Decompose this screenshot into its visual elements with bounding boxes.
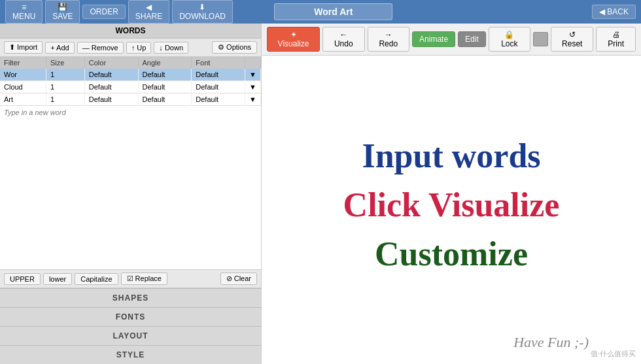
main-layout: WORDS ⬆ Import + Add — Remove ↑ Up ↓ Dow…	[0, 24, 641, 364]
layout-section-button[interactable]: LAYOUT	[0, 326, 261, 345]
edit-button[interactable]: Edit	[458, 31, 486, 47]
top-bar-right: ◀ BACK	[434, 5, 636, 19]
col-filter: Filter	[0, 57, 46, 69]
visualize-button[interactable]: ✦ Visualize	[267, 27, 320, 52]
save-button[interactable]: 💾 SAVE	[45, 0, 80, 24]
style-section-button[interactable]: STYLE	[0, 345, 261, 364]
word-cell: Wor	[0, 69, 46, 81]
shapes-section-button[interactable]: SHAPES	[0, 288, 261, 307]
down-button[interactable]: ↓ Down	[154, 42, 188, 54]
app-title: Word Art	[274, 3, 392, 20]
angle-cell: Default	[138, 81, 192, 93]
row-menu[interactable]: ▼	[245, 93, 261, 106]
words-table: Filter Size Color Angle Font Wor 1 Defau…	[0, 57, 261, 106]
left-panel: WORDS ⬆ Import + Add — Remove ↑ Up ↓ Dow…	[0, 24, 262, 364]
words-table-area: Filter Size Color Angle Font Wor 1 Defau…	[0, 57, 261, 163]
row-menu[interactable]: ▼	[245, 81, 261, 93]
new-word-input[interactable]	[0, 106, 261, 119]
clear-button[interactable]: ⊘ Clear	[220, 273, 257, 285]
upper-button[interactable]: UPPER	[4, 273, 41, 285]
canvas-line2: Click Visualize	[343, 186, 560, 224]
col-font: Font	[192, 57, 245, 69]
animate-button[interactable]: Animate	[412, 31, 455, 47]
angle-cell: Default	[138, 69, 192, 81]
remove-button[interactable]: — Remove	[77, 42, 124, 54]
col-color: Color	[84, 57, 138, 69]
replace-button[interactable]: ☑ Replace	[121, 273, 167, 285]
order-button[interactable]: ORDER	[82, 5, 125, 19]
font-cell: Default	[192, 93, 245, 106]
canvas-area: Input words Click Visualize Customize Ha…	[262, 56, 641, 364]
share-button[interactable]: ◀ SHARE	[128, 0, 169, 24]
fonts-section-button[interactable]: FONTS	[0, 307, 261, 326]
options-button[interactable]: ⚙ Options	[212, 41, 257, 54]
size-cell: 1	[46, 69, 84, 81]
col-angle: Angle	[138, 57, 192, 69]
table-row[interactable]: Wor 1 Default Default Default ▼	[0, 69, 261, 81]
table-row[interactable]: Cloud 1 Default Default Default ▼	[0, 81, 261, 93]
col-size: Size	[46, 57, 84, 69]
capitalize-button[interactable]: Capitalize	[75, 273, 118, 285]
color-cell: Default	[84, 69, 138, 81]
row-menu[interactable]: ▼	[245, 69, 261, 81]
fun-text: Have Fun ;-)	[513, 334, 589, 351]
redo-button[interactable]: → Redo	[368, 27, 410, 52]
word-cell: Art	[0, 93, 46, 106]
table-header-row: Filter Size Color Angle Font	[0, 57, 261, 69]
angle-cell: Default	[138, 93, 192, 106]
right-toolbar: ✦ Visualize ← Undo → Redo Animate Edit 🔒…	[262, 24, 641, 56]
color-cell: Default	[84, 93, 138, 106]
menu-button[interactable]: ≡ MENU	[5, 0, 43, 24]
up-button[interactable]: ↑ Up	[126, 42, 152, 54]
watermark: 值·什么值得买	[591, 349, 636, 359]
words-panel-header: WORDS	[0, 24, 261, 39]
top-bar-left: ≡ MENU 💾 SAVE ORDER ◀ SHARE ⬇ DOWNLOAD	[5, 0, 233, 24]
lower-button[interactable]: lower	[43, 273, 72, 285]
table-row[interactable]: Art 1 Default Default Default ▼	[0, 93, 261, 106]
lock-button[interactable]: 🔒 Lock	[489, 27, 530, 52]
canvas-line3: Customize	[375, 235, 528, 273]
print-button[interactable]: 🖨 Print	[596, 27, 636, 52]
download-button[interactable]: ⬇ DOWNLOAD	[172, 0, 233, 24]
col-action	[245, 57, 261, 69]
color-swatch[interactable]	[533, 32, 548, 46]
color-cell: Default	[84, 81, 138, 93]
words-empty-area	[0, 163, 261, 270]
right-panel: ✦ Visualize ← Undo → Redo Animate Edit 🔒…	[262, 24, 641, 364]
size-cell: 1	[46, 81, 84, 93]
words-toolbar: ⬆ Import + Add — Remove ↑ Up ↓ Down ⚙ Op…	[0, 39, 261, 57]
font-cell: Default	[192, 81, 245, 93]
word-cell: Cloud	[0, 81, 46, 93]
undo-button[interactable]: ← Undo	[322, 27, 365, 52]
size-cell: 1	[46, 93, 84, 106]
top-bar: ≡ MENU 💾 SAVE ORDER ◀ SHARE ⬇ DOWNLOAD W…	[0, 0, 641, 24]
reset-button[interactable]: ↺ Reset	[551, 27, 593, 52]
canvas-line1: Input words	[362, 137, 540, 175]
back-button[interactable]: ◀ BACK	[592, 5, 636, 19]
case-toolbar: UPPER lower Capitalize ☑ Replace ⊘ Clear	[0, 269, 261, 288]
font-cell: Default	[192, 69, 245, 81]
add-button[interactable]: + Add	[45, 42, 74, 54]
top-bar-center: Word Art	[233, 7, 434, 17]
import-button[interactable]: ⬆ Import	[4, 41, 43, 54]
